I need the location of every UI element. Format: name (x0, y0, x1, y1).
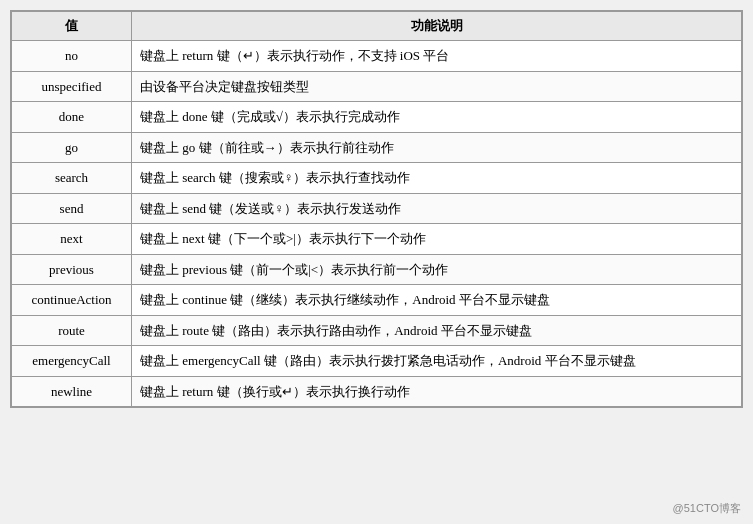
cell-description: 键盘上 send 键（发送或♀）表示执行发送动作 (132, 193, 742, 224)
cell-value: done (12, 102, 132, 133)
table-row: newline键盘上 return 键（换行或↵）表示执行换行动作 (12, 376, 742, 407)
table-row: no键盘上 return 键（↵）表示执行动作，不支持 iOS 平台 (12, 41, 742, 72)
col-header-value: 值 (12, 12, 132, 41)
table-row: emergencyCall键盘上 emergencyCall 键（路由）表示执行… (12, 346, 742, 377)
cell-value: next (12, 224, 132, 255)
table-row: done键盘上 done 键（完成或√）表示执行完成动作 (12, 102, 742, 133)
table-row: previous键盘上 previous 键（前一个或|<）表示执行前一个动作 (12, 254, 742, 285)
cell-value: unspecified (12, 71, 132, 102)
cell-description: 键盘上 next 键（下一个或>|）表示执行下一个动作 (132, 224, 742, 255)
cell-description: 键盘上 go 键（前往或→）表示执行前往动作 (132, 132, 742, 163)
cell-description: 键盘上 previous 键（前一个或|<）表示执行前一个动作 (132, 254, 742, 285)
cell-value: go (12, 132, 132, 163)
table-row: route键盘上 route 键（路由）表示执行路由动作，Android 平台不… (12, 315, 742, 346)
cell-value: no (12, 41, 132, 72)
table-row: send键盘上 send 键（发送或♀）表示执行发送动作 (12, 193, 742, 224)
cell-value: newline (12, 376, 132, 407)
cell-value: route (12, 315, 132, 346)
table-row: unspecified由设备平台决定键盘按钮类型 (12, 71, 742, 102)
watermark: @51CTO博客 (673, 501, 741, 516)
table-header-row: 值 功能说明 (12, 12, 742, 41)
cell-value: send (12, 193, 132, 224)
cell-description: 键盘上 return 键（↵）表示执行动作，不支持 iOS 平台 (132, 41, 742, 72)
cell-value: emergencyCall (12, 346, 132, 377)
table-container: 值 功能说明 no键盘上 return 键（↵）表示执行动作，不支持 iOS 平… (10, 10, 743, 408)
cell-value: search (12, 163, 132, 194)
cell-description: 键盘上 done 键（完成或√）表示执行完成动作 (132, 102, 742, 133)
table-row: continueAction键盘上 continue 键（继续）表示执行继续动作… (12, 285, 742, 316)
table-row: go键盘上 go 键（前往或→）表示执行前往动作 (12, 132, 742, 163)
col-header-description: 功能说明 (132, 12, 742, 41)
cell-description: 键盘上 return 键（换行或↵）表示执行换行动作 (132, 376, 742, 407)
cell-description: 键盘上 continue 键（继续）表示执行继续动作，Android 平台不显示… (132, 285, 742, 316)
cell-description: 键盘上 search 键（搜索或♀）表示执行查找动作 (132, 163, 742, 194)
cell-description: 键盘上 emergencyCall 键（路由）表示执行拨打紧急电话动作，Andr… (132, 346, 742, 377)
keyboard-action-table: 值 功能说明 no键盘上 return 键（↵）表示执行动作，不支持 iOS 平… (11, 11, 742, 407)
table-row: search键盘上 search 键（搜索或♀）表示执行查找动作 (12, 163, 742, 194)
cell-description: 键盘上 route 键（路由）表示执行路由动作，Android 平台不显示键盘 (132, 315, 742, 346)
cell-value: previous (12, 254, 132, 285)
cell-description: 由设备平台决定键盘按钮类型 (132, 71, 742, 102)
cell-value: continueAction (12, 285, 132, 316)
table-row: next键盘上 next 键（下一个或>|）表示执行下一个动作 (12, 224, 742, 255)
